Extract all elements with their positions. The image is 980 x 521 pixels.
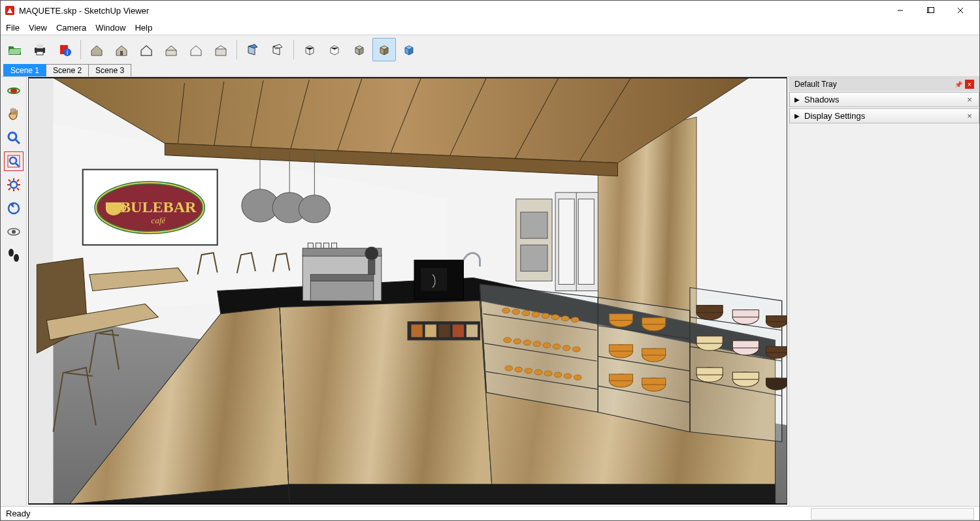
home-box-icon[interactable] xyxy=(110,38,133,61)
svg-rect-156 xyxy=(452,324,464,338)
status-text: Ready xyxy=(6,509,31,518)
svg-rect-127 xyxy=(609,345,632,351)
svg-point-116 xyxy=(525,368,532,373)
svg-point-99 xyxy=(512,309,520,315)
menu-camera[interactable]: Camera xyxy=(56,23,86,33)
svg-rect-11 xyxy=(120,51,123,55)
svg-rect-141 xyxy=(696,336,723,343)
svg-rect-123 xyxy=(609,314,632,321)
scene-tab-1[interactable]: Scene 1 xyxy=(3,64,46,76)
home-solid-icon[interactable] xyxy=(85,38,108,61)
svg-line-18 xyxy=(16,163,19,166)
svg-point-19 xyxy=(10,182,17,188)
svg-line-15 xyxy=(16,140,20,144)
tray-section-shadows[interactable]: ▶ Shadows × xyxy=(789,92,979,107)
look-around-icon[interactable] xyxy=(4,222,24,242)
svg-rect-137 xyxy=(732,310,759,317)
svg-point-108 xyxy=(523,340,531,345)
home-shed-icon[interactable] xyxy=(159,38,183,61)
svg-rect-153 xyxy=(411,324,423,338)
previous-view-icon[interactable] xyxy=(4,198,24,218)
tray-section-label: Display Settings xyxy=(804,111,964,121)
svg-rect-125 xyxy=(642,318,666,324)
svg-point-17 xyxy=(10,157,16,164)
walk-icon[interactable] xyxy=(4,245,24,265)
svg-point-121 xyxy=(574,375,581,380)
window-title: MAQUETE.skp - SketchUp Viewer xyxy=(19,6,885,16)
cube-hidden-icon[interactable] xyxy=(323,38,346,61)
tray-header[interactable]: Default Tray 📌 × xyxy=(789,77,979,91)
toolbar-separator xyxy=(237,40,237,59)
tray-title: Default Tray xyxy=(794,80,837,89)
svg-point-117 xyxy=(534,370,542,375)
cube-wire-icon[interactable] xyxy=(298,38,321,61)
chevron-right-icon: ▶ xyxy=(794,112,800,119)
svg-rect-151 xyxy=(766,378,787,384)
close-button[interactable] xyxy=(945,1,975,20)
face-outline-icon[interactable] xyxy=(266,38,289,61)
tray-section-display-settings[interactable]: ▶ Display Settings × xyxy=(789,108,979,123)
zoom-extents-icon[interactable] xyxy=(4,175,24,195)
svg-point-109 xyxy=(533,341,541,347)
open-folder-icon[interactable] xyxy=(3,38,27,61)
svg-point-115 xyxy=(515,367,523,372)
cube-shaded-icon[interactable] xyxy=(348,38,371,61)
orbit-icon[interactable] xyxy=(4,81,24,101)
toolbar-row: i Scene 1 Scene 2 Scene 3 xyxy=(1,35,979,77)
minimize-button[interactable] xyxy=(885,1,915,20)
scene-tab-3[interactable]: Scene 3 xyxy=(88,64,131,76)
statusbar: Ready xyxy=(1,506,979,520)
svg-rect-3 xyxy=(929,8,934,13)
svg-text:i: i xyxy=(67,49,68,56)
svg-point-120 xyxy=(564,373,572,379)
section-close-icon[interactable]: × xyxy=(964,95,975,104)
svg-rect-81 xyxy=(578,199,594,285)
svg-rect-129 xyxy=(642,349,666,355)
cube-blue-icon[interactable] xyxy=(397,38,421,61)
face-blue-icon[interactable] xyxy=(241,38,265,61)
svg-rect-70 xyxy=(316,243,321,248)
svg-text:BULEBAR: BULEBAR xyxy=(120,198,197,215)
svg-rect-143 xyxy=(732,341,759,348)
tray-close-icon[interactable]: × xyxy=(965,80,974,89)
svg-rect-71 xyxy=(323,243,329,248)
svg-point-104 xyxy=(561,316,569,321)
svg-point-47 xyxy=(299,195,330,223)
home-simple-icon[interactable] xyxy=(184,38,208,61)
app-window: MAQUETE.skp - SketchUp Viewer File View … xyxy=(0,0,980,521)
svg-point-103 xyxy=(551,315,559,320)
menu-view[interactable]: View xyxy=(29,23,47,33)
home-flat-icon[interactable] xyxy=(209,38,233,61)
scene-tab-2[interactable]: Scene 2 xyxy=(46,64,89,76)
status-slot xyxy=(811,508,974,520)
model-info-icon[interactable]: i xyxy=(53,38,76,61)
cube-textured-icon[interactable] xyxy=(372,38,396,61)
zoom-icon[interactable] xyxy=(4,128,24,148)
menu-window[interactable]: Window xyxy=(95,23,125,33)
svg-rect-139 xyxy=(766,316,787,322)
svg-point-23 xyxy=(8,249,14,257)
menu-file[interactable]: File xyxy=(6,23,20,33)
svg-rect-131 xyxy=(609,374,632,381)
maximize-button[interactable] xyxy=(915,1,945,20)
tray-pin-icon[interactable]: 📌 xyxy=(955,81,962,88)
svg-point-98 xyxy=(502,308,510,313)
svg-point-113 xyxy=(572,347,580,352)
zoom-window-icon[interactable] xyxy=(4,151,24,171)
svg-point-102 xyxy=(542,313,549,319)
svg-rect-80 xyxy=(559,199,574,285)
home-outline-icon[interactable] xyxy=(135,38,158,61)
svg-rect-154 xyxy=(425,324,436,338)
body-area: BULEBAR café xyxy=(1,77,979,506)
section-close-icon[interactable]: × xyxy=(964,111,975,121)
print-icon[interactable] xyxy=(28,38,52,61)
pan-icon[interactable] xyxy=(4,104,24,124)
svg-point-105 xyxy=(571,317,579,323)
svg-point-106 xyxy=(504,338,512,343)
svg-point-118 xyxy=(544,371,552,376)
svg-point-14 xyxy=(8,133,16,140)
menu-help[interactable]: Help xyxy=(135,23,152,33)
3d-viewport[interactable]: BULEBAR café xyxy=(28,77,787,505)
window-controls xyxy=(885,1,975,20)
svg-point-110 xyxy=(543,343,551,348)
